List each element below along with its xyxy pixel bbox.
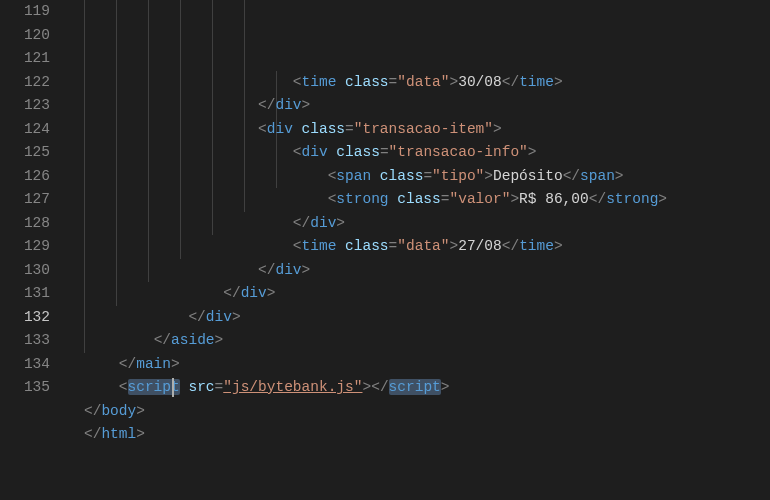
token bbox=[389, 191, 398, 207]
code-line[interactable] bbox=[84, 447, 770, 471]
code-line[interactable]: </html> bbox=[84, 423, 770, 447]
token: = bbox=[389, 238, 398, 254]
code-line[interactable]: </body> bbox=[84, 400, 770, 424]
token: > bbox=[658, 191, 667, 207]
token: div bbox=[267, 121, 293, 137]
token: </ bbox=[84, 403, 101, 419]
token bbox=[371, 168, 380, 184]
code-line[interactable]: <div class="transacao-info"> bbox=[84, 141, 770, 165]
code-line[interactable]: <strong class="valor">R$ 86,00</strong> bbox=[84, 188, 770, 212]
token: "valor" bbox=[449, 191, 510, 207]
token: time bbox=[302, 238, 337, 254]
token: html bbox=[101, 426, 136, 442]
token: "transacao-info" bbox=[389, 144, 528, 160]
token: </ bbox=[502, 74, 519, 90]
line-number: 129 bbox=[0, 235, 50, 259]
code-line[interactable]: </div> bbox=[84, 259, 770, 283]
token: > bbox=[336, 215, 345, 231]
token: > bbox=[302, 97, 311, 113]
token: < bbox=[293, 144, 302, 160]
token: > bbox=[554, 74, 563, 90]
token: > bbox=[450, 74, 459, 90]
token: 27/08 bbox=[458, 238, 502, 254]
token: 30/08 bbox=[458, 74, 502, 90]
token: div bbox=[206, 309, 232, 325]
token: = bbox=[423, 168, 432, 184]
code-content[interactable]: <time class="data">30/08</time> </div> <… bbox=[68, 0, 770, 500]
token: > bbox=[510, 191, 519, 207]
token: > bbox=[302, 262, 311, 278]
token: strong bbox=[606, 191, 658, 207]
text-cursor bbox=[172, 378, 174, 397]
token: > bbox=[171, 356, 180, 372]
token: </ bbox=[188, 309, 205, 325]
token: > bbox=[441, 379, 450, 395]
token: > bbox=[615, 168, 624, 184]
token: "transacao-item" bbox=[354, 121, 493, 137]
token: class bbox=[336, 144, 380, 160]
token: main bbox=[136, 356, 171, 372]
token: = bbox=[345, 121, 354, 137]
token: < bbox=[119, 379, 128, 395]
code-line[interactable]: <div class="transacao-item"> bbox=[84, 118, 770, 142]
token: </ bbox=[589, 191, 606, 207]
token: < bbox=[258, 121, 267, 137]
code-line[interactable]: </div> bbox=[84, 212, 770, 236]
code-line[interactable]: </div> bbox=[84, 306, 770, 330]
line-number: 122 bbox=[0, 71, 50, 95]
token: </ bbox=[258, 262, 275, 278]
line-number: 132 bbox=[0, 306, 50, 330]
token: </ bbox=[371, 379, 388, 395]
line-number: 131 bbox=[0, 282, 50, 306]
token: > bbox=[136, 426, 145, 442]
code-line[interactable]: <time class="data">30/08</time> bbox=[84, 71, 770, 95]
token: class bbox=[380, 168, 424, 184]
token: < bbox=[293, 74, 302, 90]
token: > bbox=[232, 309, 241, 325]
token: > bbox=[484, 168, 493, 184]
token: class bbox=[302, 121, 346, 137]
token: div bbox=[310, 215, 336, 231]
token: "data" bbox=[397, 74, 449, 90]
token: > bbox=[136, 403, 145, 419]
token: script bbox=[389, 379, 441, 395]
token: class bbox=[345, 238, 389, 254]
code-line[interactable]: <span class="tipo">Depósito</span> bbox=[84, 165, 770, 189]
token: div bbox=[275, 262, 301, 278]
code-editor[interactable]: 1191201211221231241251261271281291301311… bbox=[0, 0, 770, 500]
line-number: 130 bbox=[0, 259, 50, 283]
token: > bbox=[267, 285, 276, 301]
code-line[interactable]: </div> bbox=[84, 282, 770, 306]
token: body bbox=[101, 403, 136, 419]
token: > bbox=[362, 379, 371, 395]
code-line[interactable]: <script src="js/bytebank.js"></script> bbox=[84, 376, 770, 400]
token: span bbox=[336, 168, 371, 184]
line-number: 121 bbox=[0, 47, 50, 71]
token: div bbox=[275, 97, 301, 113]
code-line[interactable]: <time class="data">27/08</time> bbox=[84, 235, 770, 259]
token: time bbox=[302, 74, 337, 90]
token: class bbox=[345, 74, 389, 90]
line-number: 124 bbox=[0, 118, 50, 142]
token: = bbox=[215, 379, 224, 395]
token: "js/bytebank.js" bbox=[223, 379, 362, 395]
line-number: 135 bbox=[0, 376, 50, 400]
token: > bbox=[215, 332, 224, 348]
line-number: 134 bbox=[0, 353, 50, 377]
token: > bbox=[554, 238, 563, 254]
token: div bbox=[302, 144, 328, 160]
code-line[interactable]: </main> bbox=[84, 353, 770, 377]
token: </ bbox=[223, 285, 240, 301]
line-number: 126 bbox=[0, 165, 50, 189]
token: </ bbox=[84, 426, 101, 442]
token: </ bbox=[563, 168, 580, 184]
token: aside bbox=[171, 332, 215, 348]
token bbox=[293, 121, 302, 137]
code-line[interactable]: </div> bbox=[84, 94, 770, 118]
token: div bbox=[241, 285, 267, 301]
line-number: 128 bbox=[0, 212, 50, 236]
code-line[interactable]: </aside> bbox=[84, 329, 770, 353]
token: = bbox=[380, 144, 389, 160]
token: > bbox=[450, 238, 459, 254]
token: Depósito bbox=[493, 168, 563, 184]
